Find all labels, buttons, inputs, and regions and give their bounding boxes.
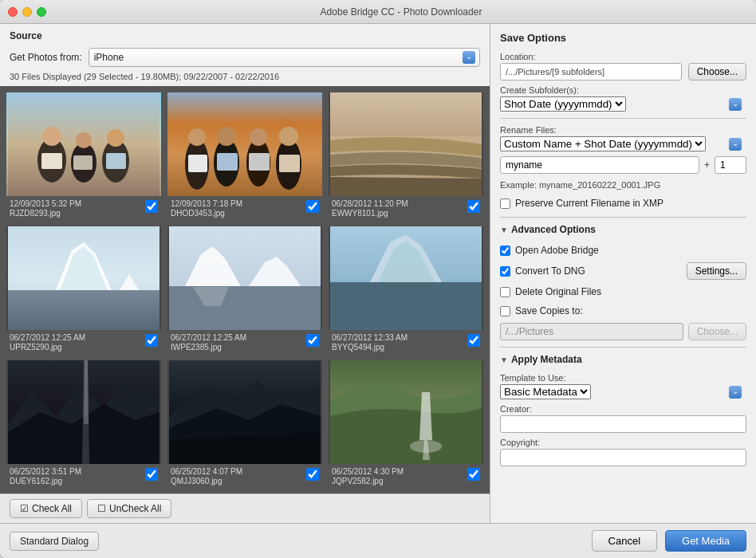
template-selector[interactable]: Basic MetadataNoneCustom bbox=[500, 384, 591, 399]
photo-thumbnail bbox=[167, 92, 322, 196]
photo-meta: 06/25/2012 4:07 PM QMJJ3060.jpg bbox=[167, 464, 322, 488]
list-item[interactable]: 06/25/2012 4:30 PM JQPV2582.jpg bbox=[329, 360, 483, 488]
list-item[interactable]: 06/27/2012 12:25 AM IWPE2385.jpg bbox=[167, 226, 322, 354]
right-panel: Save Options Location: /.../Pictures/[9 … bbox=[490, 24, 756, 523]
separator2 bbox=[500, 217, 746, 218]
subfolder-selector[interactable]: Shot Date (yyyymmdd)NoneCustom NameShot … bbox=[500, 96, 626, 112]
list-item[interactable]: 06/25/2012 4:07 PM QMJJ3060.jpg bbox=[167, 360, 322, 488]
copyright-section: Copyright: bbox=[500, 438, 746, 466]
photo-thumbnail bbox=[329, 226, 483, 330]
photo-checkbox[interactable] bbox=[145, 200, 158, 213]
custom-name-input[interactable] bbox=[500, 156, 699, 174]
device-selector[interactable]: iPhone bbox=[89, 48, 480, 67]
photo-thumbnail bbox=[167, 360, 322, 464]
device-selector-wrapper: iPhone bbox=[89, 48, 480, 67]
window-title: Adobe Bridge CC - Photo Downloader bbox=[54, 6, 748, 18]
subfolder-arrow-icon bbox=[729, 98, 742, 111]
uncheck-all-button[interactable]: ☐ UnCheck All bbox=[87, 499, 171, 518]
check-all-button[interactable]: ☑ Check All bbox=[10, 499, 82, 518]
rename-plus-label: + bbox=[704, 159, 710, 171]
location-label: Location: bbox=[500, 52, 746, 61]
photo-meta: 06/25/2012 4:30 PM JQPV2582.jpg bbox=[329, 464, 483, 488]
convert-dng-checkbox[interactable] bbox=[500, 266, 510, 277]
advanced-options-toggle[interactable]: ▼ Advanced Options bbox=[500, 224, 746, 235]
list-item[interactable]: 06/28/2012 11:20 PM EWWY8101.jpg bbox=[329, 92, 483, 220]
photo-checkbox[interactable] bbox=[145, 334, 158, 347]
list-item[interactable]: 06/25/2012 3:51 PM DUEY6162.jpg bbox=[6, 360, 161, 488]
copyright-input[interactable] bbox=[500, 449, 746, 466]
standard-dialog-button[interactable]: Standard Dialog bbox=[10, 532, 99, 551]
photo-checkbox[interactable] bbox=[467, 468, 480, 481]
svg-rect-26 bbox=[8, 290, 159, 330]
settings-button[interactable]: Settings... bbox=[687, 262, 746, 280]
subfolder-section: Create Subfolder(s): Shot Date (yyyymmdd… bbox=[500, 85, 746, 112]
photo-checkbox[interactable] bbox=[145, 468, 158, 481]
svg-point-16 bbox=[250, 128, 267, 146]
photo-checkbox[interactable] bbox=[306, 200, 319, 213]
delete-originals-checkbox[interactable] bbox=[500, 287, 510, 297]
delete-originals-row: Delete Original Files bbox=[500, 285, 746, 299]
photo-checkbox[interactable] bbox=[306, 334, 319, 347]
preserve-xmp-checkbox[interactable] bbox=[500, 198, 510, 209]
svg-rect-24 bbox=[330, 92, 482, 136]
copyright-label: Copyright: bbox=[500, 438, 746, 447]
get-media-button[interactable]: Get Media bbox=[665, 530, 746, 552]
list-item[interactable]: 06/27/2012 12:33 AM BYYQ5494.jpg bbox=[329, 226, 483, 354]
apply-metadata-toggle[interactable]: ▼ Apply Metadata bbox=[500, 354, 746, 365]
photo-info: 06/25/2012 4:30 PM JQPV2582.jpg bbox=[332, 466, 404, 485]
rename-selector[interactable]: Custom Name + Shot Date (yyyymmdd)Do Not… bbox=[500, 136, 706, 151]
uncheck-all-label: UnCheck All bbox=[109, 503, 161, 514]
footer-left: Standard Dialog bbox=[10, 532, 99, 551]
photo-name: JQPV2582.jpg bbox=[332, 477, 404, 485]
choose-location-button[interactable]: Choose... bbox=[688, 63, 746, 81]
check-all-icon: ☑ bbox=[20, 503, 29, 514]
photo-meta: 06/25/2012 3:51 PM DUEY6162.jpg bbox=[6, 464, 161, 488]
photo-info: 06/25/2012 4:07 PM QMJJ3060.jpg bbox=[171, 466, 242, 485]
save-copies-checkbox[interactable] bbox=[500, 306, 510, 316]
photo-checkbox[interactable] bbox=[467, 334, 480, 347]
file-info: 30 Files Displayed (29 Selected - 19.80M… bbox=[0, 70, 490, 86]
svg-point-14 bbox=[217, 127, 236, 146]
photo-name: BYYQ5494.jpg bbox=[332, 343, 408, 352]
delete-originals-label: Delete Original Files bbox=[515, 286, 601, 297]
list-item[interactable]: 12/09/2013 5:32 PM RJZD8293.jpg bbox=[6, 92, 161, 220]
photo-info: 06/27/2012 12:25 AM UPRZ5290.jpg bbox=[10, 332, 85, 352]
photo-meta: 12/09/2013 7:18 PM DHOD3453.jpg bbox=[167, 196, 322, 220]
photo-info: 06/25/2012 3:51 PM DUEY6162.jpg bbox=[10, 466, 81, 485]
check-all-label: Check All bbox=[32, 503, 72, 514]
close-button[interactable] bbox=[8, 7, 18, 17]
location-row: /.../Pictures/[9 subfolders] Choose... bbox=[500, 63, 746, 81]
get-photos-label: Get Photos from: bbox=[10, 52, 82, 63]
list-item[interactable]: 06/27/2012 12:25 AM UPRZ5290.jpg bbox=[6, 226, 161, 354]
photo-meta: 06/28/2012 11:20 PM EWWY8101.jpg bbox=[329, 196, 483, 220]
rename-files-label: Rename Files: bbox=[500, 125, 746, 135]
photo-name: UPRZ5290.jpg bbox=[10, 343, 85, 352]
convert-dng-label: Convert To DNG bbox=[515, 265, 585, 277]
photo-checkbox[interactable] bbox=[467, 200, 480, 213]
main-content: Source Get Photos from: iPhone 30 Files … bbox=[0, 24, 756, 523]
main-window: Adobe Bridge CC - Photo Downloader Sourc… bbox=[0, 0, 756, 558]
svg-point-2 bbox=[42, 127, 61, 146]
template-section: Template to Use: Basic MetadataNoneCusto… bbox=[500, 373, 746, 399]
cancel-button[interactable]: Cancel bbox=[592, 530, 657, 552]
photo-date: 06/27/2012 12:25 AM bbox=[10, 332, 85, 343]
svg-point-34 bbox=[410, 440, 442, 453]
photo-date: 06/25/2012 4:30 PM bbox=[332, 466, 404, 477]
svg-rect-30 bbox=[330, 282, 482, 330]
list-item[interactable]: 12/09/2013 7:18 PM DHOD3453.jpg bbox=[167, 92, 322, 220]
footer: Standard Dialog Cancel Get Media bbox=[0, 523, 756, 558]
creator-input[interactable] bbox=[500, 415, 746, 433]
photo-grid-container[interactable]: 12/09/2013 5:32 PM RJZD8293.jpg bbox=[0, 86, 490, 493]
preserve-xmp-label: Preserve Current Filename in XMP bbox=[515, 198, 663, 209]
minimize-button[interactable] bbox=[22, 7, 32, 17]
subfolder-dropdown-wrapper: Shot Date (yyyymmdd)NoneCustom NameShot … bbox=[500, 96, 746, 112]
maximize-button[interactable] bbox=[37, 7, 46, 17]
photo-name: QMJJ3060.jpg bbox=[171, 477, 242, 485]
svg-rect-9 bbox=[106, 153, 126, 169]
copies-path-display: /.../Pictures bbox=[500, 323, 683, 340]
rename-number-input[interactable] bbox=[715, 156, 746, 174]
separator3 bbox=[500, 347, 746, 348]
photo-checkbox[interactable] bbox=[306, 468, 319, 481]
choose-copies-button[interactable]: Choose... bbox=[688, 323, 746, 340]
open-bridge-checkbox[interactable] bbox=[500, 246, 510, 256]
